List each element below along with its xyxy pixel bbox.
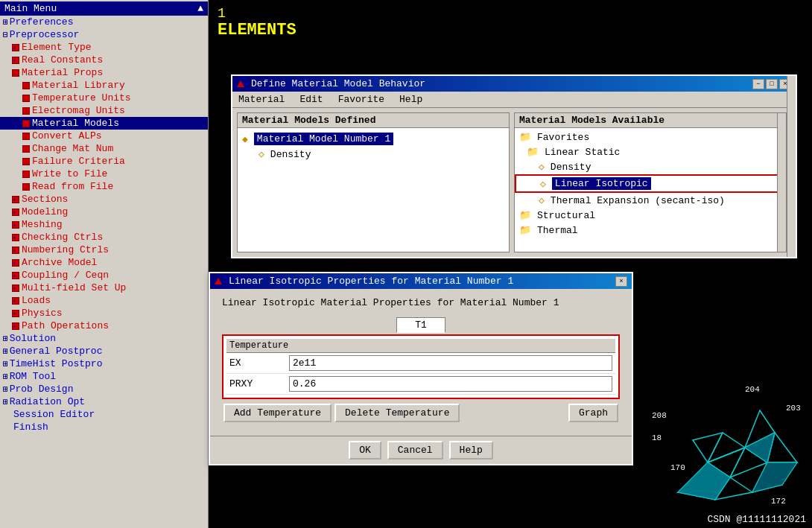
- sidebar-item-material-props[interactable]: - Material Props: [0, 66, 208, 79]
- mesh-visualization: 208 204 18 203 170 172: [648, 373, 812, 507]
- sidebar-item-modeling[interactable]: + Modeling: [0, 206, 208, 218]
- sidebar-item-label: Meshing: [22, 219, 63, 230]
- graph-button[interactable]: Graph: [568, 404, 618, 422]
- expand-icon: +: [12, 272, 19, 279]
- sidebar-item-session-editor[interactable]: Session Editor: [0, 408, 208, 421]
- ex-input[interactable]: [289, 355, 612, 371]
- prxy-label: PRXY: [229, 378, 289, 389]
- item-icon: [22, 95, 30, 102]
- linear-isotropic-item[interactable]: ◇ Linear Isotropic: [515, 174, 786, 193]
- sidebar-close-icon[interactable]: ▲: [197, 3, 203, 14]
- maximize-button[interactable]: □: [766, 79, 778, 89]
- dialog-material-model: Define Material Model Behavior − □ × Mat…: [231, 74, 797, 258]
- prxy-input[interactable]: [289, 376, 612, 392]
- sidebar-item-label: Preprocessor: [10, 29, 80, 40]
- elements-heading: ELEMENTS: [218, 21, 803, 39]
- linear-isotropic-label: Linear Isotropic: [552, 177, 651, 190]
- sidebar-item-numbering-ctrls[interactable]: + Numbering Ctrls: [0, 244, 208, 256]
- thermal-item[interactable]: 📁 Thermal: [515, 223, 786, 238]
- sidebar-item-preprocessor[interactable]: ⊟ Preprocessor: [0, 28, 208, 41]
- sidebar-item-coupling-ceqn[interactable]: + Coupling / Ceqn: [0, 269, 208, 282]
- help-button[interactable]: Help: [449, 441, 493, 459]
- item-icon: [22, 183, 30, 191]
- folder-icon: 📁: [519, 209, 531, 221]
- sidebar-item-material-library[interactable]: Material Library: [0, 79, 208, 92]
- sidebar-item-timehist-postpro[interactable]: ⊞ TimeHist Postpro: [0, 357, 208, 370]
- sidebar-item-solution[interactable]: ⊞ Solution: [0, 332, 208, 345]
- scrollbar-right[interactable]: [777, 113, 786, 252]
- menu-favorite[interactable]: Favorite: [335, 93, 387, 106]
- sidebar-item-electromag-units[interactable]: Electromag Units: [0, 104, 208, 117]
- svg-text:203: 203: [786, 404, 801, 413]
- sidebar-item-label: Material Library: [32, 80, 125, 91]
- sidebar-item-write-to-file[interactable]: Write to File: [0, 168, 208, 180]
- linear-static-item[interactable]: 📁 Linear Static: [515, 144, 786, 159]
- sidebar-item-preferences[interactable]: ⊞ Preferences: [0, 16, 208, 28]
- expand-icon: ⊞: [3, 397, 8, 407]
- sidebar-item-label: Material Props: [22, 67, 103, 78]
- item-icon: [22, 82, 30, 89]
- menu-material[interactable]: Material: [235, 93, 288, 106]
- iso-close-button[interactable]: ×: [615, 276, 627, 287]
- sidebar-item-change-mat-num[interactable]: Change Mat Num: [0, 142, 208, 155]
- material-model-1-item[interactable]: ◆ Material Model Number 1: [238, 131, 509, 147]
- tab-t1[interactable]: T1: [396, 317, 445, 333]
- material-models-defined-panel: Material Models Defined ◆ Material Model…: [237, 112, 510, 252]
- sidebar-item-label: Temperature Units: [32, 92, 131, 104]
- structural-item[interactable]: 📁 Structural: [515, 208, 786, 223]
- sidebar-item-element-type[interactable]: + Element Type: [0, 41, 208, 54]
- ex-label: EX: [229, 357, 289, 369]
- sidebar-item-material-models[interactable]: Material Models: [0, 117, 208, 130]
- sidebar-item-finish[interactable]: Finish: [0, 421, 208, 433]
- sidebar-item-archive-model[interactable]: + Archive Model: [0, 256, 208, 269]
- density-item[interactable]: ◇ Density: [238, 147, 509, 162]
- ok-button[interactable]: OK: [349, 441, 381, 459]
- expand-icon: +: [12, 310, 19, 317]
- iso-action-buttons: Add Temperature Delete Temperature Graph: [222, 404, 620, 422]
- defined-panel-title: Material Models Defined: [238, 113, 509, 128]
- sidebar-item-label: Archive Model: [22, 257, 97, 268]
- menu-help[interactable]: Help: [396, 93, 425, 106]
- sidebar-item-label: Real Constants: [22, 54, 103, 66]
- sidebar-item-read-from-file[interactable]: Read from File: [0, 180, 208, 193]
- menu-edit[interactable]: Edit: [296, 93, 326, 106]
- props-header: Temperature: [226, 339, 615, 353]
- sidebar-item-real-constants[interactable]: + Real Constants: [0, 54, 208, 66]
- sidebar-item-sections[interactable]: + Sections: [0, 193, 208, 206]
- sidebar-item-meshing[interactable]: + Meshing: [0, 218, 208, 231]
- cancel-button[interactable]: Cancel: [387, 441, 443, 459]
- iso-dialog-content: Linear Isotropic Material Properties for…: [210, 289, 632, 436]
- sidebar-item-checking-ctrls[interactable]: + Checking Ctrls: [0, 231, 208, 244]
- add-temperature-button[interactable]: Add Temperature: [223, 404, 332, 422]
- density-available-item[interactable]: ◇ Density: [515, 159, 786, 174]
- sidebar-item-loads[interactable]: + Loads: [0, 294, 208, 307]
- expand-icon: +: [12, 44, 19, 51]
- expand-icon: +: [12, 284, 19, 292]
- prxy-row: PRXY: [226, 374, 615, 395]
- sidebar-item-general-postproc[interactable]: ⊞ General Postproc: [0, 345, 208, 357]
- svg-rect-0: [648, 373, 812, 507]
- item-icon: [22, 120, 30, 127]
- sidebar-item-convert-alps[interactable]: Convert ALPs: [0, 130, 208, 142]
- item-icon: [22, 171, 30, 178]
- sidebar-item-path-operations[interactable]: + Path Operations: [0, 319, 208, 332]
- sidebar-item-physics[interactable]: + Physics: [0, 307, 208, 319]
- sidebar-item-prob-design[interactable]: ⊞ Prob Design: [0, 383, 208, 395]
- sidebar-item-radiation-opt[interactable]: ⊞ Radiation Opt: [0, 395, 208, 408]
- sidebar-item-label: Change Mat Num: [32, 143, 113, 154]
- sidebar-item-label: Coupling / Ceqn: [22, 270, 109, 281]
- temp-buttons: Add Temperature Delete Temperature: [223, 404, 460, 422]
- delete-temperature-button[interactable]: Delete Temperature: [334, 404, 460, 422]
- dialog-material-titlebar: Define Material Model Behavior − □ ×: [232, 76, 796, 92]
- expand-icon: +: [12, 57, 19, 64]
- sidebar-item-multifield-setup[interactable]: + Multi-field Set Up: [0, 282, 208, 294]
- sidebar-item-rom-tool[interactable]: ⊞ ROM Tool: [0, 370, 208, 383]
- sidebar-item-temperature-units[interactable]: Temperature Units: [0, 92, 208, 104]
- thermal-expansion-item[interactable]: ◇ Thermal Expansion (secant-iso): [515, 193, 786, 208]
- sidebar-item-label: Path Operations: [22, 320, 109, 331]
- structural-label: Structural: [537, 210, 595, 221]
- minimize-button[interactable]: −: [752, 79, 764, 89]
- dialog-menubar: Material Edit Favorite Help: [232, 92, 796, 108]
- sidebar-item-failure-criteria[interactable]: Failure Criteria: [0, 155, 208, 168]
- favorites-item[interactable]: 📁 Favorites: [515, 130, 786, 144]
